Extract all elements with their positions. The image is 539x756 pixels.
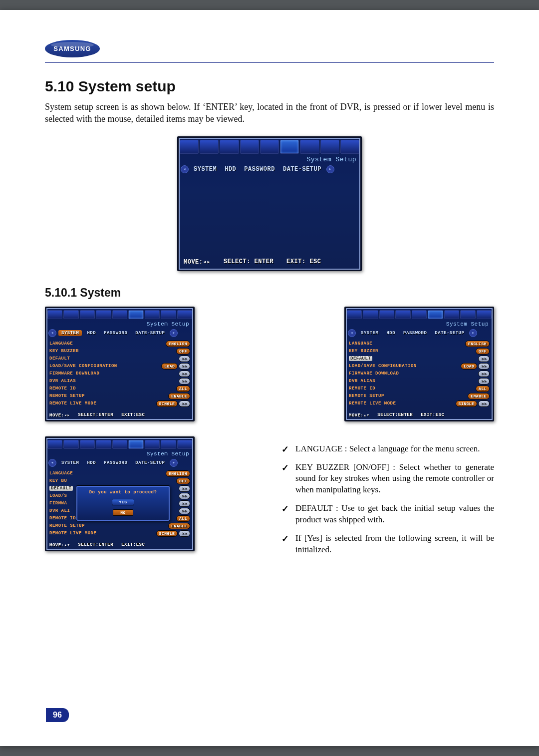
- dialog-no-button[interactable]: NO: [113, 509, 133, 516]
- row-arrow-icon: >>: [179, 500, 190, 507]
- row-arrow-icon: >>: [179, 363, 190, 370]
- toolbar-icon: [200, 140, 219, 154]
- dialog-prompt: Do you want to proceed?: [79, 490, 167, 495]
- tab-password: PASSWORD: [101, 330, 130, 336]
- screen-title: System Setup: [346, 321, 493, 328]
- row-label: REMOTE SETUP: [349, 393, 384, 398]
- row-label: FIRMWARE DOWNLOAD: [349, 371, 399, 376]
- feature-item: KEY BUZZER [ON/OFF] : Select whether to …: [279, 462, 494, 496]
- tab-bar: ◂ SYSTEM HDD PASSWORD DATE-SETUP ▸: [46, 328, 193, 339]
- dialog-yes-button[interactable]: YES: [112, 499, 135, 505]
- row-arrow-icon: >>: [478, 363, 490, 370]
- toolbar-icon: [347, 310, 362, 319]
- figure-row-1: System Setup ◂ SYSTEM HDD PASSWORD DATE-…: [45, 307, 494, 421]
- row-value: ALL: [176, 385, 190, 392]
- screenshot-system-confirm-dialog: System Setup ◂ SYSTEM HDD PASSWORD DATE-…: [45, 436, 195, 551]
- toolbar-icon: [412, 310, 427, 319]
- dvr-toolbar: [46, 308, 193, 321]
- toolbar-icon: [379, 310, 394, 319]
- row-arrow-icon: >>: [478, 356, 490, 362]
- row-arrow-icon: >>: [179, 371, 190, 377]
- page-number-badge: 96: [46, 708, 69, 722]
- screenshot-system-default-highlight: System Setup ◂ SYSTEM HDD PASSWORD DATE-…: [344, 307, 494, 421]
- toolbar-icon: [300, 140, 319, 154]
- tab-system: SYSTEM: [358, 330, 381, 336]
- row-label: FIRMWARE DOWNLOAD: [49, 371, 99, 376]
- hint-select: SELECT: ENTER: [224, 258, 273, 266]
- toolbar-icon: [47, 310, 62, 319]
- row-value: OFF: [176, 348, 190, 355]
- toolbar-icon: [363, 310, 378, 319]
- row-label-highlighted: DEFAULT: [49, 486, 73, 491]
- tab-next-icon: ▸: [170, 329, 178, 337]
- dvr-toolbar: [346, 308, 493, 321]
- tab-prev-icon: ◂: [181, 165, 189, 173]
- toolbar-icon: [161, 440, 176, 449]
- row-label: REMOTE ID: [49, 516, 76, 521]
- row-value: ENGLISH: [166, 470, 190, 477]
- footer-hints: MOVE:▴▾ SELECT:ENTER EXIT:ESC: [346, 410, 493, 420]
- feature-item: LANGUAGE : Select a language for the men…: [279, 443, 494, 455]
- row-arrow-icon: >>: [179, 400, 190, 407]
- row-value: ENGLISH: [465, 341, 490, 347]
- tab-bar: ◂ SYSTEM HDD PASSWORD DATE-SETUP ▸: [46, 458, 193, 469]
- settings-list: LANGUAGEENGLISH KEY BUZZEROFF DEFAULT>> …: [346, 339, 493, 410]
- samsung-logo: SAMSUNG: [45, 40, 100, 57]
- row-label: KEY BUZZER: [349, 349, 378, 354]
- toolbar-icon: [260, 140, 279, 154]
- row-label: LOAD/SAVE CONFIGURATION: [49, 364, 117, 369]
- toolbar-icon: [477, 310, 492, 319]
- row-label: LANGUAGE: [49, 471, 73, 476]
- toolbar-icon: [145, 310, 160, 319]
- feature-list: LANGUAGE : Select a language for the men…: [279, 443, 494, 556]
- toolbar-icon: [63, 440, 78, 449]
- row-label: DVR ALI: [49, 508, 70, 513]
- tab-date-setup: DATE-SETUP: [280, 165, 324, 173]
- hint-select: SELECT:ENTER: [78, 542, 113, 548]
- row-value: OFF: [176, 478, 190, 484]
- tab-bar: ◂ SYSTEM HDD PASSWORD DATE-SETUP ▸: [346, 328, 493, 339]
- tab-hdd: HDD: [222, 165, 239, 173]
- settings-list-empty: [179, 175, 360, 254]
- row-arrow-icon: >>: [179, 493, 190, 499]
- row-label: REMOTE LIVE MODE: [349, 401, 396, 406]
- row-label: REMOTE SETUP: [49, 393, 85, 398]
- tab-hdd: HDD: [383, 330, 398, 336]
- section-intro: System setup screen is as shown below. I…: [45, 101, 494, 125]
- toolbar-icon: [177, 310, 192, 319]
- row-arrow-icon: >>: [478, 371, 490, 377]
- toolbar-icon: [340, 140, 359, 154]
- section-title: 5.10 System setup: [45, 78, 494, 95]
- row-arrow-icon: >>: [179, 508, 190, 514]
- toolbar-icon: [63, 310, 78, 319]
- row-arrow-icon: >>: [179, 356, 190, 362]
- toolbar-icon: [47, 440, 62, 449]
- row-label: REMOTE ID: [49, 386, 76, 391]
- toolbar-icon: [320, 140, 339, 154]
- toolbar-icon-selected: [128, 310, 143, 319]
- row-label: DVR ALIAS: [349, 378, 375, 383]
- tab-system: SYSTEM: [58, 460, 82, 466]
- tab-next-icon: ▸: [170, 459, 178, 467]
- row-value: OFF: [476, 348, 490, 355]
- row-label: REMOTE LIVE MODE: [49, 401, 96, 406]
- row-arrow-icon: >>: [478, 378, 490, 384]
- screenshot-system-setup-tabs: System Setup ◂ SYSTEM HDD PASSWORD DATE-…: [177, 136, 362, 271]
- row-arrow-icon: >>: [179, 378, 190, 384]
- row-value: LOAD: [461, 363, 477, 370]
- hint-exit: EXIT:ESC: [121, 542, 145, 548]
- row-label: KEY BU: [49, 478, 67, 483]
- row-arrow-icon: >>: [179, 485, 190, 492]
- toolbar-icon: [180, 140, 199, 154]
- toolbar-icon: [460, 310, 475, 319]
- row-label: LOAD/S: [49, 493, 67, 498]
- row-label: REMOTE LIVE MODE: [49, 531, 96, 536]
- toolbar-icon: [444, 310, 459, 319]
- dvr-toolbar: [179, 138, 360, 156]
- row-label: REMOTE ID: [349, 386, 375, 391]
- toolbar-icon: [112, 310, 127, 319]
- row-value: ENABLE: [168, 393, 190, 399]
- row-value: ALL: [476, 385, 490, 392]
- description-column: LANGUAGE : Select a language for the men…: [279, 436, 494, 563]
- screen-title: System Setup: [179, 156, 360, 164]
